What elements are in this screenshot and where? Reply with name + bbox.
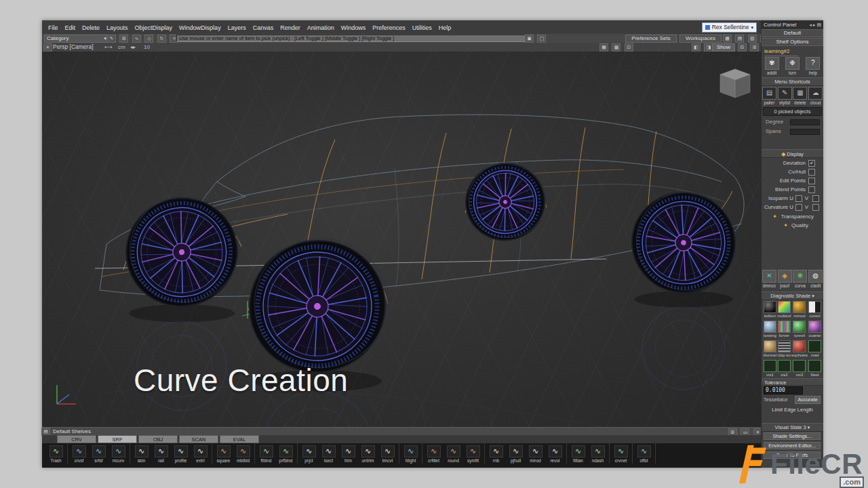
shelf-tool-button[interactable]: ∿ndash: [588, 443, 608, 464]
isoparm-u-checkbox[interactable]: [795, 195, 802, 202]
control-panel-header[interactable]: Control Panel ◂ ▸ ▤: [762, 20, 823, 29]
workspaces-button[interactable]: Workspaces: [679, 35, 722, 43]
user-account-dropdown[interactable]: Rex Sellentine ▾: [702, 22, 757, 33]
menu-item[interactable]: WindowDisplay: [176, 21, 224, 35]
expand-diamond-icon[interactable]: ✦: [772, 212, 777, 221]
menu-item[interactable]: Utilities: [409, 21, 435, 35]
perspective-viewport[interactable]: Curve Creation: [42, 52, 761, 427]
split-view-icon[interactable]: ⊡: [625, 43, 633, 52]
diagnostic-shade-button[interactable]: thunnel: [763, 340, 777, 358]
menu-shortcut[interactable]: ☁ cloud: [808, 87, 823, 105]
history-icon[interactable]: ▣: [525, 35, 534, 43]
shelf-tool-button[interactable]: ∿revol: [545, 443, 565, 464]
cp-bottom-shortcut[interactable]: ❋ curva: [793, 270, 807, 288]
curvature-v-checkbox[interactable]: [812, 204, 819, 211]
tab-eval[interactable]: EVAL: [220, 435, 259, 443]
wireframe-view-icon[interactable]: ▦: [599, 43, 608, 52]
diagnostic-shade-button[interactable]: sophotes: [791, 340, 808, 358]
shelf-tool-button[interactable]: ∿Trash: [46, 443, 66, 464]
menu-item[interactable]: Animation: [304, 21, 338, 35]
cp-shortcut[interactable]: ✾ addit: [765, 57, 779, 75]
rotate-icon[interactable]: ↻: [157, 35, 166, 43]
blend-points-checkbox[interactable]: [808, 186, 815, 193]
diagnostic-shade-button[interactable]: vis3: [791, 360, 808, 378]
half-view-icon[interactable]: ◧: [692, 43, 701, 52]
minimize-icon[interactable]: ⊟: [738, 43, 747, 52]
category-dropdown[interactable]: Category ▾: [44, 35, 109, 43]
visual-state-header[interactable]: Visual State 3 ▾: [762, 423, 823, 432]
curvature-u-checkbox[interactable]: [795, 204, 802, 211]
cp-shortcut[interactable]: ? help: [806, 57, 820, 75]
edit-points-checkbox[interactable]: [808, 178, 815, 184]
shelf-tool-button[interactable]: ∿filllan: [568, 443, 588, 464]
shelf-options-dropdown[interactable]: Shelf Options: [762, 38, 823, 46]
tab-srf[interactable]: SRF: [98, 435, 137, 443]
cp-shortcut[interactable]: ❉ turn: [785, 57, 800, 75]
menu-shortcut[interactable]: ▦ delete: [793, 87, 807, 105]
expand-icon[interactable]: ▢: [537, 35, 546, 43]
cp-bottom-shortcut[interactable]: ◈ josof: [778, 270, 792, 288]
menu-item[interactable]: ObjectDisplay: [132, 21, 176, 35]
shelf-tool-button[interactable]: ∿crvsf: [69, 443, 89, 464]
show-menu-button[interactable]: Show: [712, 43, 735, 52]
diagnostic-shade-header[interactable]: Diagnostic Shade ▾: [762, 291, 823, 300]
diagnostic-shade-button[interactable]: mincol: [791, 301, 808, 319]
shelf-tool-button[interactable]: ∿symfit: [463, 443, 483, 464]
spans-slider[interactable]: [790, 129, 820, 135]
shelf-tool-button[interactable]: ∿hlight: [401, 443, 420, 464]
diagnostic-shade-button[interactable]: forver: [777, 321, 791, 338]
shelf-tool-button[interactable]: ∿ftblnd: [256, 443, 276, 464]
shelf-tool-button[interactable]: ∿srfsf: [89, 443, 108, 464]
shelf-tool-button[interactable]: ∿skin: [132, 443, 151, 464]
tab-crv[interactable]: CRV: [57, 435, 96, 443]
diagnostic-shade-button[interactable]: multicol: [777, 301, 791, 319]
maximize-icon[interactable]: ⊞: [750, 43, 759, 52]
menu-item[interactable]: Edit: [62, 21, 79, 35]
menu-item[interactable]: Render: [277, 21, 304, 35]
snap-grid-icon[interactable]: ⊞: [119, 35, 128, 43]
cp-bottom-shortcut[interactable]: ◍ cladit: [808, 270, 823, 288]
diagnostic-shade-button[interactable]: filest: [808, 360, 822, 378]
shelf-tool-button[interactable]: ∿mcurv: [108, 443, 128, 464]
diagnostic-shade-button[interactable]: turevil: [791, 321, 808, 338]
diagnostic-shade-button[interactable]: vis1: [763, 360, 777, 378]
camera-label[interactable]: Persp [Camera]: [53, 43, 94, 52]
shelf-tool-button[interactable]: ∿untrim: [358, 443, 378, 464]
shelf-tool-button[interactable]: ∿mblbld: [233, 443, 253, 464]
learning-tab[interactable]: learning#2: [764, 47, 798, 56]
shelf-tool-button[interactable]: ∿rail: [151, 443, 171, 464]
isoparm-v-checkbox[interactable]: [812, 195, 819, 202]
close-icon[interactable]: ✕: [43, 43, 52, 52]
layout-three-icon[interactable]: ▧: [748, 35, 757, 43]
pencil-icon[interactable]: ✎: [107, 35, 116, 43]
diagnostic-shade-button[interactable]: tossing: [763, 321, 777, 338]
diagnostic-shade-button[interactable]: vis2: [777, 360, 791, 378]
diagnostic-shade-button[interactable]: curevl: [808, 301, 822, 319]
layout-one-icon[interactable]: ▦: [723, 35, 732, 43]
degree-slider[interactable]: [790, 119, 820, 125]
cp-bottom-shortcut[interactable]: ✕ dmncx: [762, 270, 776, 288]
diagnostic-shade-button[interactable]: stdtion: [763, 301, 777, 319]
shelf-tool-button[interactable]: ∿isect: [319, 443, 338, 464]
shelf-tool-button[interactable]: ∿rnb: [486, 443, 506, 464]
preference-sets-button[interactable]: Preference Sets: [625, 35, 677, 43]
cvhull-checkbox[interactable]: [808, 169, 815, 176]
panel-nav-icons[interactable]: ◂ ▸ ▤: [809, 20, 821, 29]
menu-shortcut[interactable]: ✎ stylist: [778, 87, 792, 105]
menu-item[interactable]: File: [45, 21, 62, 35]
layout-two-icon[interactable]: ▤: [735, 35, 744, 43]
menu-shortcut[interactable]: ▤ paller: [762, 87, 776, 105]
display-section-header[interactable]: ◆Display: [762, 149, 823, 158]
snap-curve-icon[interactable]: ∿: [132, 35, 141, 43]
menu-item[interactable]: Canvas: [250, 21, 277, 35]
step-arrows-icon[interactable]: ◂▸: [130, 43, 136, 52]
expand-diamond-icon[interactable]: ✦: [783, 221, 788, 230]
shelf-tool-button[interactable]: ∿prjct: [299, 443, 319, 464]
shelf-tool-button[interactable]: ∿trim: [338, 443, 358, 464]
tolerance-value-field[interactable]: 0.0100: [764, 386, 803, 394]
menu-item[interactable]: Help: [435, 21, 455, 35]
diagnostic-shade-button[interactable]: clay-so: [777, 340, 791, 358]
shelf-tool-button[interactable]: ∿mirod: [526, 443, 545, 464]
menu-item[interactable]: Layers: [224, 21, 250, 35]
shelf-tool-button[interactable]: ∿square: [214, 443, 233, 464]
